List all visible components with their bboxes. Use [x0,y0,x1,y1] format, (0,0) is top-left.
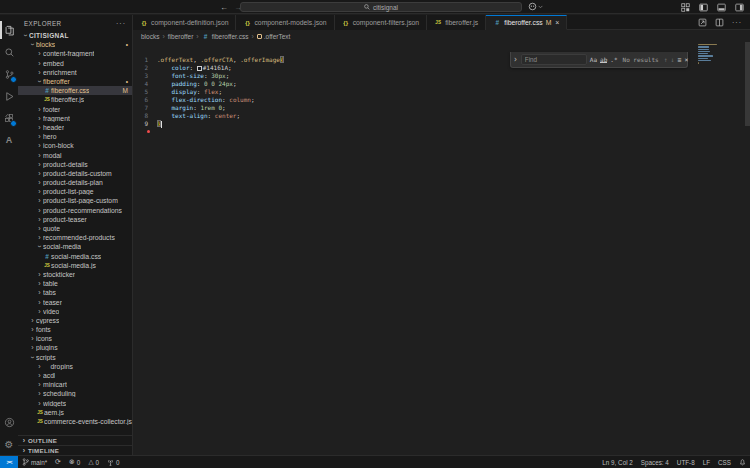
editor-scrollbar[interactable] [745,42,750,126]
tree-item-fragment[interactable]: ›fragment [18,114,132,123]
tree-item-fiberoffer.js[interactable]: JSfiberoffer.js [18,95,132,104]
find-next-icon[interactable]: ↓ [671,56,675,64]
tab-fiberoffer.js[interactable]: JSfiberoffer.js [427,15,486,30]
split-editor-icon[interactable] [715,18,724,27]
tree-item-scripts[interactable]: ›scripts [18,353,132,362]
tree-item-video[interactable]: ›video [18,307,132,316]
tree-item-plugins[interactable]: ›plugins [18,343,132,352]
aem-extension-icon[interactable]: A [0,129,18,151]
tree-item-enrichment[interactable]: ›enrichment [18,68,132,77]
tree-item-tabs[interactable]: ›tabs [18,288,132,297]
status-errors[interactable]: ⊗0 [65,456,84,468]
tree-item-widgets[interactable]: ›widgets [18,399,132,408]
find-input[interactable] [521,54,587,65]
tree-item-fiberoffer[interactable]: ›fiberoffer• [18,77,132,86]
tree-item-blocks[interactable]: ›blocks• [18,40,132,49]
status-encoding[interactable]: UTF-8 [673,456,699,468]
tree-item-product-details-custom[interactable]: ›product-details-custom [18,169,132,178]
remote-indicator[interactable]: >< [0,456,18,468]
tree-item-product-teaser[interactable]: ›product-teaser [18,215,132,224]
tree-item-acdl[interactable]: ›acdl [18,371,132,380]
tree-item-table[interactable]: ›table [18,279,132,288]
tree-item-fiberoffer.css[interactable]: #fiberoffer.cssM [18,86,132,95]
tree-item-product-details[interactable]: ›product-details [18,160,132,169]
status-sync[interactable]: ⟳ [51,456,65,468]
tree-item-product-list-page-custom[interactable]: ›product-list-page-custom [18,196,132,205]
match-case-icon[interactable]: Aa [590,56,597,63]
find-close-icon[interactable]: × [684,56,688,64]
code-line-6[interactable]: 6 flex-direction: column; [133,96,750,104]
regex-icon[interactable]: .* [610,56,617,63]
status-notifications[interactable] [735,456,750,468]
tree-item-minicart[interactable]: ›minicart [18,380,132,389]
tab-fiberoffer.css[interactable]: #fiberoffer.cssM× [486,15,567,30]
editor-more-actions[interactable]: ··· [732,19,742,26]
find-previous-icon[interactable]: ↑ [664,56,668,64]
tree-item-__dropins__[interactable]: ›__dropins__ [18,362,132,371]
breadcrumb[interactable]: blocks›fiberoffer›#fiberoffer.css›.offer… [133,30,750,42]
settings-gear-icon[interactable]: ⚙ [0,433,18,455]
status-warnings[interactable]: △0 [84,456,103,468]
whole-word-icon[interactable]: ab [600,57,607,63]
status-cursor-position[interactable]: Ln 9, Col 2 [598,456,636,468]
tree-item-icon-block[interactable]: ›icon-block [18,141,132,150]
search-view-icon[interactable] [0,41,18,63]
tree-item-footer[interactable]: ›footer [18,105,132,114]
tree-item-fonts[interactable]: ›fonts [18,325,132,334]
tree-item-embed[interactable]: ›embed [18,59,132,68]
breadcrumb-item-blocks[interactable]: blocks [141,33,159,40]
status-ports[interactable]: 0 [103,456,124,468]
tree-item-teaser[interactable]: ›teaser [18,297,132,306]
source-control-icon[interactable] [0,63,18,85]
breadcrumb-item-fiberoffer.css[interactable]: #fiberoffer.css [202,33,249,40]
tree-item-quote[interactable]: ›quote [18,224,132,233]
code-line-3[interactable]: 3 font-size: 30px; [133,72,750,80]
tab-component-definition.json[interactable]: {}component-definition.json [133,15,236,30]
tree-item-icons[interactable]: ›icons [18,334,132,343]
find-in-selection-icon[interactable]: ≡ [678,56,682,64]
status-language-mode[interactable]: CSS [714,456,735,468]
outline-section[interactable]: › OUTLINE [18,435,132,445]
close-tab-icon[interactable]: × [555,19,559,26]
tree-item-header[interactable]: ›header [18,123,132,132]
accounts-icon[interactable] [0,411,18,433]
code-line-8[interactable]: 8 text-align: center; [133,112,750,120]
tree-item-stockticker[interactable]: ›stockticker [18,270,132,279]
breadcrumb-item-fiberoffer[interactable]: fiberoffer [168,33,194,40]
status-indentation[interactable]: Spaces: 4 [637,456,673,468]
tree-item-hero[interactable]: ›hero [18,132,132,141]
tree-item-product-list-page[interactable]: ›product-list-page [18,187,132,196]
status-eol[interactable]: LF [699,456,714,468]
explorer-more-actions[interactable]: ··· [116,20,126,27]
remote-indicator-icon[interactable]: >< [0,456,18,468]
tab-component-models.json[interactable]: {}component-models.json [236,15,334,30]
toggle-secondary-sidebar-icon[interactable] [735,3,744,12]
tree-item-CITISIGNAL[interactable]: ›CITISIGNAL [18,31,132,40]
tree-item-scheduling[interactable]: ›scheduling [18,389,132,398]
code-line-4[interactable]: 4 padding: 0 0 24px; [133,80,750,88]
toggle-primary-sidebar-icon[interactable] [699,3,708,12]
minimap[interactable] [698,44,720,65]
breadcrumb-item-.offerText[interactable]: .offerText [257,33,291,40]
tree-item-recommended-products[interactable]: ›recommended-products [18,233,132,242]
timeline-section[interactable]: › TIMELINE [18,445,132,455]
extensions-icon[interactable] [0,107,18,129]
explorer-icon[interactable] [0,19,18,41]
tree-item-product-recommendations[interactable]: ›product-recommendations [18,206,132,215]
tree-item-cypress[interactable]: ›cypress [18,316,132,325]
open-changes-icon[interactable] [698,18,707,27]
tree-item-social-media.css[interactable]: #social-media.css [18,252,132,261]
go-back-icon[interactable]: ← [220,3,228,12]
color-swatch[interactable] [197,66,202,71]
toggle-replace-icon[interactable]: › [513,55,518,64]
toggle-panel-icon[interactable] [717,3,726,12]
code-line-7[interactable]: 7 margin: 1rem 0; [133,104,750,112]
status-git-branch[interactable]: main* [18,456,51,468]
code-line-9[interactable]: 9} [133,120,750,128]
tree-item-content-fragment[interactable]: ›content-fragment [18,49,132,58]
copilot-menu[interactable] [528,2,543,11]
tree-item-aem.js[interactable]: JSaem.js [18,408,132,417]
code-line-5[interactable]: 5 display: flex; [133,88,750,96]
run-and-debug-icon[interactable] [0,85,18,107]
tree-item-social-media.js[interactable]: JSsocial-media.js [18,261,132,270]
